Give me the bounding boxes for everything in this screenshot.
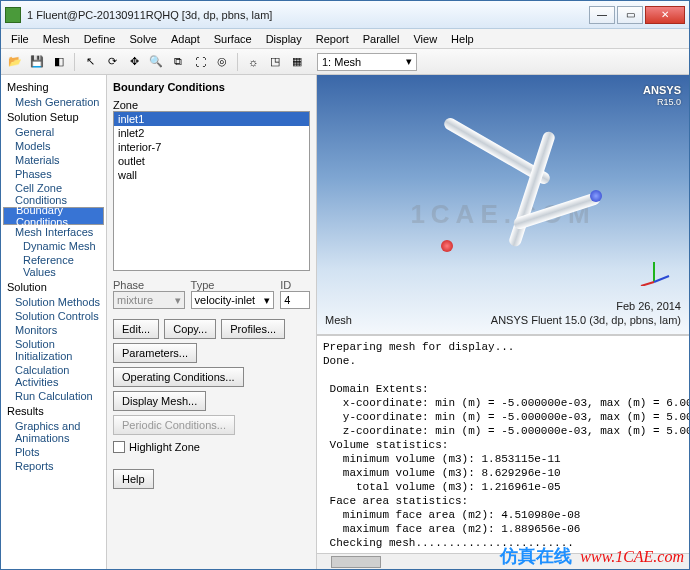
outlet-cap [590,190,602,202]
menu-file[interactable]: File [5,31,35,47]
print-icon[interactable]: ◧ [49,52,69,72]
profiles-button[interactable]: Profiles... [221,319,285,339]
nav-boundary-conditions[interactable]: Boundary Conditions [3,207,104,225]
checkbox-icon [113,441,125,453]
nav-materials[interactable]: Materials [3,153,104,167]
zone-item[interactable]: wall [114,168,309,182]
save-icon[interactable]: 💾 [27,52,47,72]
mesh-selector-value: 1: Mesh [322,56,361,68]
nav-solution-setup[interactable]: Solution Setup [3,109,104,125]
nav-tree[interactable]: Meshing Mesh Generation Solution Setup G… [1,75,107,569]
type-label: Type [191,279,275,291]
menu-adapt[interactable]: Adapt [165,31,206,47]
operating-conditions-button[interactable]: Operating Conditions... [113,367,244,387]
chevron-down-icon: ▾ [264,294,270,307]
scrollbar-thumb[interactable] [331,556,381,568]
id-field[interactable]: 4 [280,291,310,309]
minimize-button[interactable]: — [589,6,615,24]
phase-label: Phase [113,279,185,291]
menu-display[interactable]: Display [260,31,308,47]
highlight-zone-checkbox[interactable]: Highlight Zone [113,441,310,453]
viewport-product: ANSYS Fluent 15.0 (3d, dp, pbns, lam) [491,314,681,326]
zoom-icon[interactable]: 🔍 [146,52,166,72]
nav-solution-init[interactable]: Solution Initialization [3,337,104,363]
menu-report[interactable]: Report [310,31,355,47]
chevron-down-icon: ▾ [175,294,181,307]
pan-icon[interactable]: ✥ [124,52,144,72]
window-title: 1 Fluent@PC-20130911RQHQ [3d, dp, pbns, … [27,9,589,21]
rotate-icon[interactable]: ⟳ [102,52,122,72]
menu-surface[interactable]: Surface [208,31,258,47]
parameters-button[interactable]: Parameters... [113,343,197,363]
titlebar: 1 Fluent@PC-20130911RQHQ [3d, dp, pbns, … [1,1,689,29]
zone-label: Zone [113,97,310,111]
menu-help[interactable]: Help [445,31,480,47]
axis-icon[interactable]: ◳ [265,52,285,72]
panel-title: Boundary Conditions [113,79,310,97]
close-button[interactable]: ✕ [645,6,685,24]
viewport-label: Mesh [325,314,352,326]
highlight-zone-label: Highlight Zone [129,441,200,453]
open-icon[interactable]: 📂 [5,52,25,72]
menu-view[interactable]: View [407,31,443,47]
ansys-logo: ANSYSR15.0 [643,81,681,107]
zone-list[interactable]: inlet1 inlet2 interior-7 outlet wall [113,111,310,271]
fit-icon[interactable]: ⛶ [190,52,210,72]
viewport-date: Feb 26, 2014 [616,300,681,312]
nav-dynamic-mesh[interactable]: Dynamic Mesh [3,239,104,253]
nav-mesh-interfaces[interactable]: Mesh Interfaces [3,225,104,239]
menubar: File Mesh Define Solve Adapt Surface Dis… [1,29,689,49]
nav-solution-controls[interactable]: Solution Controls [3,309,104,323]
zoombox-icon[interactable]: ⧉ [168,52,188,72]
layout-icon[interactable]: ▦ [287,52,307,72]
zone-item[interactable]: interior-7 [114,140,309,154]
nav-run-calculation[interactable]: Run Calculation [3,389,104,403]
menu-define[interactable]: Define [78,31,122,47]
probe-icon[interactable]: ◎ [212,52,232,72]
watermark: 1CAE.COM [317,199,689,230]
app-window: 1 Fluent@PC-20130911RQHQ [3d, dp, pbns, … [0,0,690,570]
type-select[interactable]: velocity-inlet▾ [191,291,275,309]
menu-parallel[interactable]: Parallel [357,31,406,47]
nav-graphics[interactable]: Graphics and Animations [3,419,104,445]
inlet-cap [441,240,453,252]
nav-reports[interactable]: Reports [3,459,104,473]
chevron-down-icon: ▾ [406,55,412,68]
toolbar: 📂 💾 ◧ ↖ ⟳ ✥ 🔍 ⧉ ⛶ ◎ ☼ ◳ ▦ 1: Mesh▾ [1,49,689,75]
separator [74,53,75,71]
nav-reference-values[interactable]: Reference Values [3,253,104,279]
maximize-button[interactable]: ▭ [617,6,643,24]
separator [237,53,238,71]
nav-models[interactable]: Models [3,139,104,153]
nav-results[interactable]: Results [3,403,104,419]
menu-solve[interactable]: Solve [123,31,163,47]
zone-item[interactable]: outlet [114,154,309,168]
zone-item[interactable]: inlet2 [114,126,309,140]
nav-monitors[interactable]: Monitors [3,323,104,337]
menu-mesh[interactable]: Mesh [37,31,76,47]
nav-phases[interactable]: Phases [3,167,104,181]
light-icon[interactable]: ☼ [243,52,263,72]
id-label: ID [280,279,310,291]
nav-plots[interactable]: Plots [3,445,104,459]
periodic-conditions-button: Periodic Conditions... [113,415,235,435]
nav-meshing[interactable]: Meshing [3,79,104,95]
mesh-selector[interactable]: 1: Mesh▾ [317,53,417,71]
zone-item[interactable]: inlet1 [114,112,309,126]
help-button[interactable]: Help [113,469,154,489]
nav-solution-methods[interactable]: Solution Methods [3,295,104,309]
display-mesh-button[interactable]: Display Mesh... [113,391,206,411]
copy-button[interactable]: Copy... [164,319,216,339]
nav-calc-activities[interactable]: Calculation Activities [3,363,104,389]
graphics-viewport[interactable]: 1CAE.COM ANSYSR15.0 Mesh Feb 26, 2014 AN… [317,75,689,335]
app-icon [5,7,21,23]
nav-general[interactable]: General [3,125,104,139]
edit-button[interactable]: Edit... [113,319,159,339]
nav-solution[interactable]: Solution [3,279,104,295]
boundary-conditions-panel: Boundary Conditions Zone inlet1 inlet2 i… [107,75,317,569]
pointer-icon[interactable]: ↖ [80,52,100,72]
text-console[interactable]: Preparing mesh for display... Done. Doma… [317,335,689,553]
horizontal-scrollbar[interactable] [317,553,689,569]
nav-mesh-generation[interactable]: Mesh Generation [3,95,104,109]
svg-line-2 [654,276,669,282]
